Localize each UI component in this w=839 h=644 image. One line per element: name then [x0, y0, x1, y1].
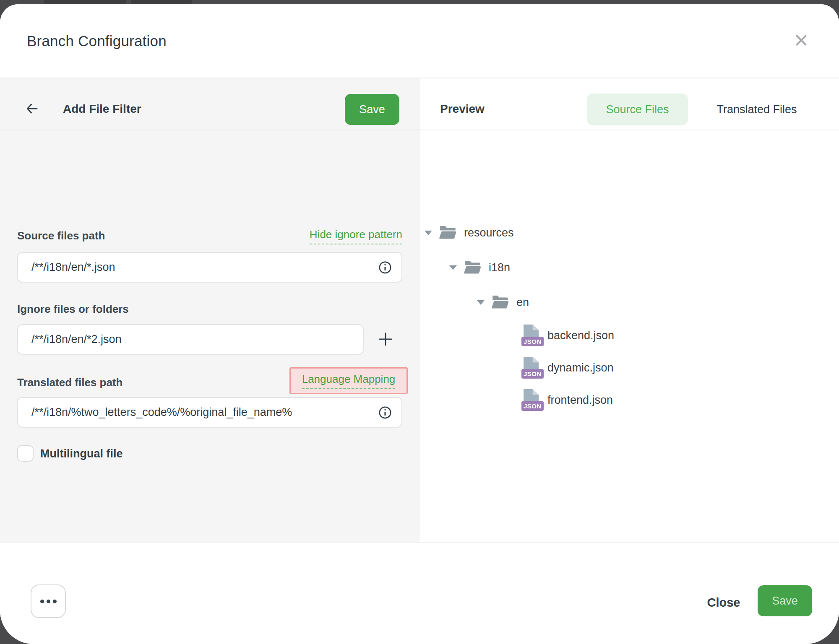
tree-file-label: dynamic.json — [547, 361, 614, 374]
multilingual-label: Multilingual file — [40, 447, 123, 460]
translated-files-path-label: Translated files path — [17, 376, 122, 389]
triangle-down-icon[interactable] — [477, 300, 485, 305]
folder-open-icon — [464, 260, 481, 275]
save-button[interactable]: Save — [758, 585, 812, 616]
folder-open-icon — [491, 295, 509, 310]
json-file-icon: JSON — [521, 357, 542, 379]
preview-title: Preview — [440, 102, 485, 116]
modal-footer: Close Save — [0, 542, 839, 644]
triangle-down-icon[interactable] — [449, 265, 457, 270]
branch-configuration-modal: Branch Configuration Add File Filter Sav… — [0, 4, 839, 644]
modal-content: Add File Filter Save Preview Source File… — [0, 78, 839, 542]
plus-icon[interactable] — [376, 330, 395, 349]
info-circle-icon[interactable] — [378, 405, 392, 420]
background-window-remnant — [131, 0, 192, 4]
ellipsis-icon[interactable] — [31, 584, 66, 618]
ignore-files-input[interactable] — [17, 324, 364, 355]
tree-folder-label: resources — [464, 226, 514, 239]
tree-file-label: backend.json — [547, 329, 614, 342]
modal-titlebar: Branch Configuration — [0, 4, 839, 78]
hide-ignore-pattern-link[interactable]: Hide ignore pattern — [310, 228, 402, 244]
toolbar-divider — [0, 130, 839, 130]
tree-row-folder[interactable]: en — [477, 292, 529, 312]
language-mapping-highlight: Language Mapping — [289, 367, 408, 394]
back-arrow-icon[interactable] — [24, 100, 43, 117]
json-badge: JSON — [521, 401, 544, 411]
save-filter-button[interactable]: Save — [345, 94, 399, 125]
source-files-path-input[interactable] — [17, 252, 402, 283]
info-circle-icon[interactable] — [378, 260, 392, 275]
tab-source-files[interactable]: Source Files — [587, 93, 688, 125]
multilingual-checkbox[interactable] — [17, 445, 34, 462]
close-icon[interactable] — [791, 30, 811, 50]
json-badge: JSON — [521, 337, 544, 346]
translated-files-path-input[interactable] — [17, 397, 402, 428]
subheader-title: Add File Filter — [63, 102, 141, 116]
page-title: Branch Configuration — [27, 33, 167, 49]
tree-folder-label: en — [516, 296, 529, 309]
background-window-remnant — [44, 0, 126, 4]
tree-row-folder[interactable]: resources — [425, 223, 514, 243]
language-mapping-link[interactable]: Language Mapping — [302, 373, 396, 389]
close-button[interactable]: Close — [694, 592, 753, 613]
tree-file-label: frontend.json — [547, 394, 613, 407]
tree-row-file[interactable]: JSON backend.json — [521, 325, 614, 346]
json-badge: JSON — [521, 369, 544, 379]
triangle-down-icon[interactable] — [425, 231, 432, 235]
tree-row-folder[interactable]: i18n — [449, 257, 510, 278]
tree-folder-label: i18n — [489, 261, 510, 274]
json-file-icon: JSON — [521, 389, 542, 411]
source-files-path-label: Source files path — [17, 229, 105, 242]
tree-row-file[interactable]: JSON dynamic.json — [521, 357, 614, 379]
ignore-files-label: Ignore files or folders — [17, 303, 129, 316]
folder-open-icon — [439, 225, 456, 240]
tree-row-file[interactable]: JSON frontend.json — [521, 389, 613, 411]
tab-translated-files[interactable]: Translated Files — [701, 93, 812, 125]
json-file-icon: JSON — [521, 325, 542, 346]
